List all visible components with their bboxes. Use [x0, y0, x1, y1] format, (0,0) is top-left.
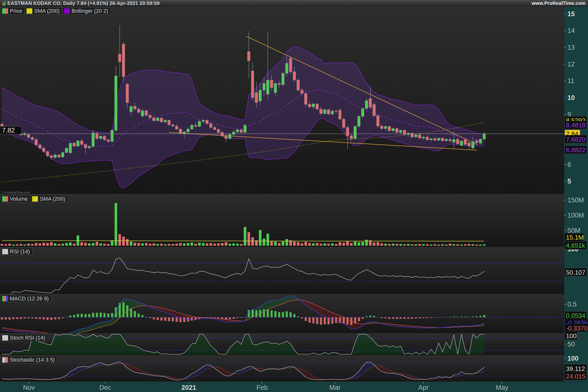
panel-bg-rsi: [0, 247, 564, 294]
time-axis-label: May: [496, 384, 508, 391]
value-label: 39.112: [566, 365, 585, 372]
axis-tick-label: 150M: [568, 196, 584, 204]
axis-tick-label: 10: [568, 94, 575, 102]
time-axis-label: Mar: [329, 384, 341, 391]
price-panel-legend: Price SMA (200) Bollinger (20 2): [0, 7, 111, 14]
time-axis-label: Dec: [100, 384, 111, 391]
time-axis-label: Apr: [418, 384, 428, 391]
legend-sma200[interactable]: SMA (200): [25, 7, 62, 14]
legend-bollinger[interactable]: Bollinger (20 2): [62, 7, 111, 14]
watermark: © ProRealTime.com: [2, 190, 30, 194]
axis-tick-label: 50: [568, 340, 575, 348]
legend-stochastic[interactable]: Stochastic (14 3 5): [0, 356, 57, 363]
bollinger-swatch-icon: [64, 8, 70, 14]
axis-tick-label: 14: [568, 27, 575, 34]
chart-canvas[interactable]: 7.82151413121110965150M100M50M1000.55010…: [0, 0, 588, 392]
axis-tick-label: 50M: [568, 227, 580, 234]
left-price-level: 7.82: [2, 127, 15, 134]
axis-tick-label: 12: [568, 60, 575, 68]
volume-panel-legend: Volume SMA (200): [0, 195, 68, 202]
rsi-swatch-icon: [2, 249, 8, 254]
sma-swatch-icon: [26, 8, 32, 14]
value-label: 7.6820: [566, 136, 586, 143]
volume-swatch-icon: [2, 196, 8, 202]
volume-sma-swatch-icon: [32, 196, 38, 202]
legend-price[interactable]: Price: [0, 7, 25, 14]
trading-app-window: EASTMAN KODAK CO. Daily 7.84 (+4.81%) 26…: [0, 0, 588, 392]
panel-bg-volume: [0, 194, 564, 247]
axis-tick-label: 6: [568, 161, 571, 168]
value-label: 100: [566, 332, 576, 340]
stochastic-panel-legend: Stochastic (14 3 5): [0, 356, 57, 363]
axis-tick-label: 5: [568, 178, 571, 185]
axis-tick-label: 13: [568, 44, 575, 51]
stoch-rsi-panel-legend: Stoch RSI (14): [0, 334, 48, 341]
legend-macd[interactable]: MACD (12 26 9): [0, 295, 52, 302]
value-label: -0.3370: [566, 324, 588, 332]
value-label: 0.0534: [566, 312, 586, 319]
value-label: 50.107: [566, 269, 586, 276]
value-label: 6.8822: [566, 146, 586, 154]
rsi-panel-legend: RSI (14): [0, 248, 32, 255]
legend-rsi[interactable]: RSI (14): [0, 248, 32, 255]
value-label: 4,651k: [566, 242, 585, 249]
value-label: 15.1M: [566, 234, 584, 241]
time-axis-label: Feb: [256, 384, 268, 391]
axis-tick-label: 15: [568, 10, 575, 18]
value-label: 8.4818: [566, 122, 586, 129]
axis-tick-label: 0.5: [568, 300, 577, 308]
stochastic-swatch-icon: [2, 357, 8, 362]
macd-swatch-icon: [2, 296, 8, 301]
axis-tick-label: 100M: [568, 212, 584, 219]
price-swatch-icon: [2, 8, 8, 14]
stoch-rsi-swatch-icon: [2, 335, 8, 340]
axis-tick-label: 100: [568, 355, 578, 362]
legend-stoch-rsi[interactable]: Stoch RSI (14): [0, 334, 48, 341]
axis-tick-label: 11: [568, 77, 574, 84]
legend-volume[interactable]: Volume: [0, 195, 30, 202]
macd-panel-legend: MACD (12 26 9): [0, 295, 52, 302]
time-axis-label: 2021: [182, 384, 196, 391]
value-label: 24.015: [566, 373, 586, 380]
time-axis-label: Nov: [23, 384, 35, 391]
legend-volume-sma[interactable]: SMA (200): [30, 195, 68, 202]
